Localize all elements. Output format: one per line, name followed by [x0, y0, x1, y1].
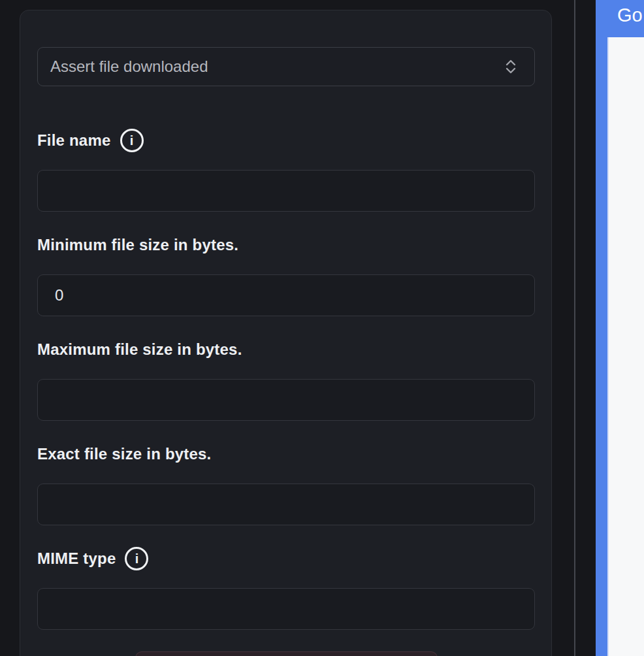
file-name-input[interactable]	[37, 170, 535, 212]
max-file-size-label-row: Maximum file size in bytes.	[37, 337, 535, 362]
min-file-size-label-row: Minimum file size in bytes.	[37, 233, 535, 257]
max-file-size-input[interactable]	[37, 379, 535, 421]
selected-step-indicator	[596, 0, 607, 656]
mime-type-label-row: MIME type i	[37, 546, 535, 571]
exact-file-size-label-row: Exact file size in bytes.	[37, 442, 535, 467]
info-circle-icon[interactable]: i	[125, 547, 148, 570]
mime-type-label: MIME type	[37, 549, 116, 568]
pane-divider[interactable]	[574, 0, 575, 656]
file-name-label: File name	[37, 131, 111, 150]
step-type-selected-value: Assert file downloaded	[50, 57, 208, 76]
step-editor-page: Assert file downloaded File name i Minim…	[0, 0, 644, 656]
exact-file-size-label: Exact file size in bytes.	[37, 445, 211, 463]
max-file-size-label: Maximum file size in bytes.	[37, 340, 242, 359]
mime-type-input[interactable]	[37, 588, 535, 630]
go-step-header-label: Go	[617, 5, 643, 25]
step-type-select[interactable]: Assert file downloaded	[37, 47, 535, 86]
go-step-header[interactable]: Go	[607, 0, 644, 37]
step-card: Assert file downloaded File name i Minim…	[20, 10, 552, 656]
exact-file-size-input[interactable]	[37, 484, 535, 525]
delete-step-button[interactable]	[135, 651, 438, 656]
next-step-panel: Go	[607, 0, 644, 656]
next-step-panel-body	[607, 37, 644, 656]
min-file-size-input[interactable]	[37, 274, 535, 316]
info-circle-icon[interactable]: i	[120, 129, 144, 152]
min-file-size-label: Minimum file size in bytes.	[37, 236, 238, 254]
up-down-chevron-icon	[502, 57, 520, 76]
file-name-label-row: File name i	[37, 128, 535, 153]
